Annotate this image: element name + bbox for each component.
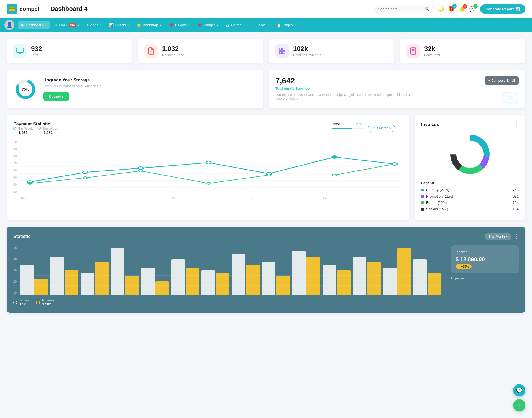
primary-color xyxy=(421,189,424,191)
yellow-bar xyxy=(34,279,48,295)
pages-arrow: ▾ xyxy=(295,24,296,27)
nav-item-plugins[interactable]: 💗 Plugins ▾ xyxy=(166,21,193,29)
nav-item-charts[interactable]: 📊 Charts ▾ xyxy=(106,21,132,29)
logo-text: dompet xyxy=(19,6,39,12)
main-content: 932 Tariff 1,032 Required Price 102k Det… xyxy=(0,32,532,319)
force-icon xyxy=(406,44,420,58)
nav-avatar: 👤 xyxy=(4,20,14,30)
nav-item-cms[interactable]: ⚙ CMS New ▾ xyxy=(51,21,83,29)
bootstrap-arrow: ▾ xyxy=(160,24,161,27)
income-legend-value: 1.982 xyxy=(19,302,29,306)
logo-icon: 💳 xyxy=(7,4,17,14)
svg-point-29 xyxy=(83,177,88,179)
yellow-bar xyxy=(367,262,381,295)
yellow-bar xyxy=(306,257,320,295)
expense-legend-label: Expense xyxy=(42,299,54,302)
compose-email-button[interactable]: + Compose Email xyxy=(485,76,519,85)
bar-groups xyxy=(19,245,442,295)
stat-dropdown-arrow: ▾ xyxy=(506,235,508,239)
month-select[interactable]: This Month ▾ xyxy=(368,125,395,132)
svg-point-34 xyxy=(393,163,397,165)
income-box: Income $ 12,890,00 ↑ +15% xyxy=(451,245,519,273)
nav-item-bootstrap[interactable]: ⭐ Bootstrap ▾ xyxy=(133,21,165,29)
payment-chart-card: Payment Statistic This Week 1.982 This W… xyxy=(7,115,409,220)
yellow-bar xyxy=(155,281,169,295)
white-bar xyxy=(201,270,215,295)
socials-color xyxy=(421,208,424,211)
widget-icon: 💗 xyxy=(198,23,202,27)
svg-point-33 xyxy=(332,174,337,176)
white-bar xyxy=(141,268,155,295)
bar-group xyxy=(262,262,290,295)
payment-chart-legend: This Week 1.982 This Week 1.982 xyxy=(13,127,58,135)
income-box-title: Income xyxy=(456,250,514,254)
widget-arrow: ▾ xyxy=(217,24,218,27)
upgrade-text: Upgrade Your Storage Lorem ipsum dolor s… xyxy=(43,78,101,101)
income-panel: Income $ 12,890,00 ↑ +15% Expense xyxy=(447,245,519,306)
upgrade-card: 75% Upgrade Your Storage Lorem ipsum dol… xyxy=(7,70,263,108)
invoices-menu[interactable]: ⋮ xyxy=(514,122,519,128)
statistic-month-button[interactable]: This Month ▾ xyxy=(485,233,511,240)
bar-group xyxy=(171,259,199,295)
expense-legend-value: 1.982 xyxy=(42,302,54,306)
bell-icon-btn[interactable]: 🔔 12 xyxy=(459,6,465,12)
svg-point-28 xyxy=(28,182,32,184)
upgrade-title: Upgrade Your Storage xyxy=(43,78,101,83)
email-card: 7,642 Total emails Subcriber. Lorem ipsu… xyxy=(269,70,525,108)
generate-report-button[interactable]: Generate Report 📊 xyxy=(480,4,525,14)
invoices-legend-title: Legend xyxy=(421,181,519,185)
yellow-bar xyxy=(216,273,229,295)
nav-item-forms[interactable]: 🖨 Forms ▾ xyxy=(222,21,248,29)
bar-group xyxy=(413,259,441,295)
statistic-content: 50 40 30 20 10 xyxy=(13,245,519,306)
dashboard-icon: ⊞ xyxy=(21,23,24,27)
search-input[interactable] xyxy=(378,7,422,11)
moon-icon-btn[interactable]: 🌙 xyxy=(438,6,444,12)
email-icon-bg: ✉ xyxy=(501,85,520,108)
bar-group xyxy=(50,257,78,295)
white-bar xyxy=(323,265,336,295)
svg-rect-0 xyxy=(17,48,23,53)
header: 💳 dompet Dashboard 4 🔍 🌙 🎁 2 🔔 12 💬 5 Ge… xyxy=(0,0,532,18)
yellow-bar xyxy=(125,276,139,295)
tariff-value: 932 xyxy=(31,45,42,53)
invoices-donut xyxy=(421,132,519,176)
svg-rect-5 xyxy=(279,52,282,54)
nav-item-widget[interactable]: 💗 Widget ▾ xyxy=(194,21,221,29)
chat-icon-btn[interactable]: 💬 5 xyxy=(469,6,475,12)
legend-socials: Socials (15%) 154 xyxy=(421,207,519,211)
bar-chart-grid xyxy=(19,245,442,295)
statistic-section: Statistic This Month ▾ ⋮ 50 40 30 20 xyxy=(7,227,525,313)
payment-chart-menu[interactable]: ⋮ xyxy=(397,125,402,131)
nav-item-table[interactable]: ☰ Table ▾ xyxy=(249,21,272,29)
bar-group xyxy=(141,268,169,295)
nav-item-pages[interactable]: 📋 Pages ▾ xyxy=(273,21,299,29)
nav-item-dashboard[interactable]: ⊞ Dashboard ▾ xyxy=(18,21,50,29)
table-icon: ☰ xyxy=(252,23,255,27)
white-bar xyxy=(413,259,427,295)
upgrade-button[interactable]: Upgrade xyxy=(43,92,69,101)
storage-percent: 75% xyxy=(22,87,29,91)
dropdown-arrow: ▾ xyxy=(389,126,391,130)
stat-card-price: 1,032 Required Price xyxy=(138,39,263,63)
statistic-controls: This Month ▾ ⋮ xyxy=(485,233,519,240)
chart-total: Total 3.982 xyxy=(332,122,365,126)
statistic-menu[interactable]: ⋮ xyxy=(514,234,519,240)
payment-chart-title: Payment Statistic xyxy=(13,122,58,127)
yellow-bar xyxy=(65,270,78,295)
gift-icon-btn[interactable]: 🎁 2 xyxy=(448,6,454,12)
expense-label-static: Expense xyxy=(451,276,519,280)
cms-new-badge: New xyxy=(69,23,76,27)
stat-card-tariff: 932 Tariff xyxy=(7,39,132,63)
stat-legend-row: Income 1.982 Expense 1.982 xyxy=(13,299,442,306)
nav-item-apps[interactable]: ℹ Apps ▾ xyxy=(84,21,105,29)
search-bar[interactable]: 🔍 xyxy=(374,5,433,13)
svg-rect-6 xyxy=(283,52,285,54)
arrow-up-icon: ↑ xyxy=(458,265,460,268)
bar-chart-icon: 📊 xyxy=(515,7,520,11)
legend-item-1: This Week 1.982 xyxy=(13,127,33,135)
line-chart-area: Mon Tue Wed Thu Fri Sat xyxy=(20,139,402,200)
table-arrow: ▾ xyxy=(267,24,269,27)
logo[interactable]: 💳 dompet xyxy=(7,4,39,14)
bar-chart-area: 50 40 30 20 10 xyxy=(13,245,442,306)
